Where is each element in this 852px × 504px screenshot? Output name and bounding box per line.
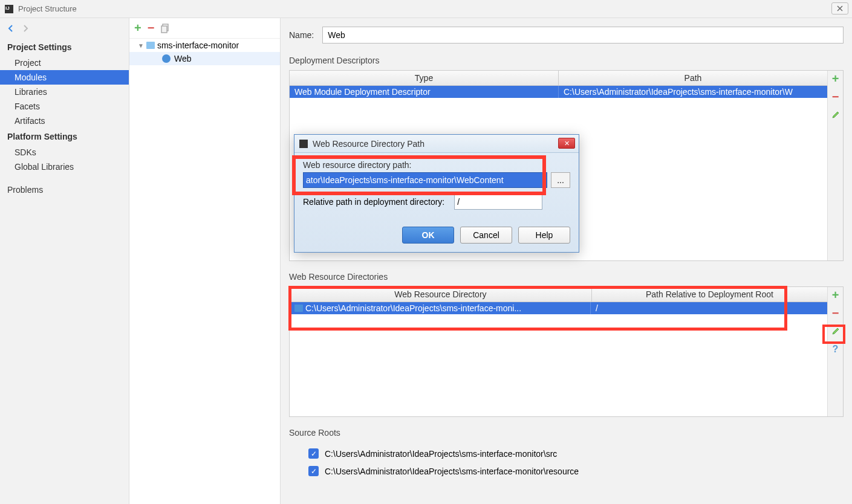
wrd-help-button[interactable]: ? (830, 344, 841, 355)
dialog-path-input[interactable] (303, 172, 547, 188)
dialog-relative-label: Relative path in deployment directory: (303, 197, 444, 207)
forward-button[interactable] (21, 24, 30, 33)
module-web-label: Web (174, 54, 192, 63)
source-root-path: C:\Users\Administrator\IdeaProjects\sms-… (325, 467, 579, 476)
dialog-title-text: Web Resource Directory Path (313, 139, 424, 149)
window-title: Project Structure (18, 4, 77, 13)
wrd-row-dir-text: C:\Users\Administrator\IdeaProjects\sms-… (305, 303, 521, 313)
name-input[interactable] (322, 27, 844, 44)
sidebar-item-project[interactable]: Project (0, 56, 129, 70)
svg-rect-1 (161, 26, 167, 33)
dd-edit-button[interactable] (830, 109, 841, 120)
sidebar-item-global-libraries[interactable]: Global Libraries (0, 160, 129, 174)
source-root-path: C:\Users\Administrator\IdeaProjects\sms-… (325, 449, 557, 459)
web-facet-icon (162, 54, 171, 63)
titlebar: Project Structure (0, 0, 852, 18)
wrd-edit-button[interactable] (830, 326, 841, 337)
sidebar-item-artifacts[interactable]: Artifacts (0, 114, 129, 128)
module-tree: + − ▼ sms-interface-monitor Web (129, 18, 281, 504)
project-settings-header: Project Settings (0, 39, 129, 56)
wrd-add-button[interactable]: + (830, 289, 841, 300)
folder-icon (294, 305, 303, 312)
web-resource-directories-panel: Web Resource Directory Path Relative to … (289, 286, 844, 417)
dialog-cancel-button[interactable]: Cancel (460, 227, 512, 244)
dialog-titlebar[interactable]: Web Resource Directory Path ✕ (294, 135, 579, 153)
platform-settings-header: Platform Settings (0, 128, 129, 145)
wrd-row-dir: C:\Users\Administrator\IdeaProjects\sms-… (290, 302, 591, 314)
dd-remove-button[interactable]: − (830, 91, 841, 102)
dialog-close-button[interactable]: ✕ (558, 138, 575, 149)
module-tree-toolbar: + − (129, 18, 280, 39)
sidebar-item-libraries[interactable]: Libraries (0, 85, 129, 99)
window-close-button[interactable] (831, 2, 848, 15)
close-icon (837, 5, 843, 11)
content-pane: Name: Deployment Descriptors Type Path W… (281, 18, 852, 504)
sidebar-nav (0, 18, 129, 39)
expand-icon: ▼ (138, 42, 144, 49)
add-module-button[interactable]: + (134, 21, 141, 35)
back-button[interactable] (6, 24, 16, 33)
dd-col-type[interactable]: Type (290, 71, 559, 85)
wrd-remove-button[interactable]: − (830, 308, 841, 318)
wrd-row[interactable]: C:\Users\Administrator\IdeaProjects\sms-… (290, 302, 827, 314)
dialog-browse-button[interactable]: ... (551, 172, 570, 188)
source-roots-list: ✓ C:\Users\Administrator\IdeaProjects\sm… (289, 442, 844, 480)
wrd-row-rel: / (591, 302, 827, 314)
app-icon (299, 140, 308, 148)
checkbox-checked-icon[interactable]: ✓ (308, 448, 319, 459)
source-root-item[interactable]: ✓ C:\Users\Administrator\IdeaProjects\sm… (289, 462, 844, 480)
source-roots-label: Source Roots (289, 428, 844, 438)
wrd-col-rel[interactable]: Path Relative to Deployment Root (592, 287, 827, 302)
web-resource-directories-label: Web Resource Directories (289, 272, 844, 282)
dd-add-button[interactable]: + (830, 73, 841, 84)
module-root-node[interactable]: ▼ sms-interface-monitor (129, 39, 280, 52)
web-resource-path-dialog: Web Resource Directory Path ✕ Web resour… (294, 134, 579, 253)
pencil-icon (831, 327, 840, 335)
settings-sidebar: Project Settings Project Modules Librari… (0, 18, 129, 504)
dd-col-path[interactable]: Path (559, 71, 827, 85)
pencil-icon (831, 111, 840, 119)
copy-module-button[interactable] (160, 23, 171, 34)
module-web-node[interactable]: Web (129, 52, 280, 65)
dialog-relative-input[interactable] (454, 194, 542, 210)
folder-icon (146, 42, 155, 49)
sidebar-item-facets[interactable]: Facets (0, 99, 129, 114)
dialog-ok-button[interactable]: OK (402, 227, 454, 244)
dd-row-type: Web Module Deployment Descriptor (290, 86, 559, 98)
dialog-path-label: Web resource directory path: (303, 160, 570, 170)
name-label: Name: (289, 30, 314, 40)
sidebar-item-problems[interactable]: Problems (0, 183, 129, 197)
sidebar-item-modules[interactable]: Modules (0, 70, 129, 85)
app-icon (5, 5, 13, 13)
wrd-col-dir[interactable]: Web Resource Directory (290, 287, 592, 302)
dd-row[interactable]: Web Module Deployment Descriptor C:\User… (290, 86, 827, 98)
module-root-label: sms-interface-monitor (157, 40, 239, 50)
sidebar-item-sdks[interactable]: SDKs (0, 145, 129, 160)
deployment-descriptors-label: Deployment Descriptors (289, 56, 844, 65)
source-root-item[interactable]: ✓ C:\Users\Administrator\IdeaProjects\sm… (289, 445, 844, 462)
dd-row-path: C:\Users\Administrator\IdeaProjects\sms-… (559, 86, 827, 98)
checkbox-checked-icon[interactable]: ✓ (308, 466, 319, 476)
dialog-help-button[interactable]: Help (518, 227, 570, 244)
remove-module-button[interactable]: − (148, 21, 155, 35)
